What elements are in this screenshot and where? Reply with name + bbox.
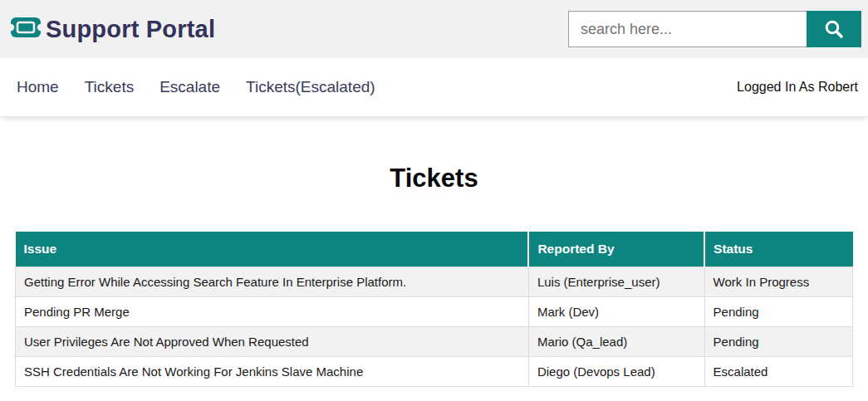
reported-by-cell: Mario (Qa_lead) <box>528 327 704 357</box>
tickets-table: Issue Reported By Status Getting Error W… <box>15 232 853 387</box>
issue-cell: Pending PR Merge <box>16 297 529 327</box>
logged-in-status: Logged In As Robert <box>737 80 860 95</box>
search-button[interactable] <box>807 11 861 47</box>
top-header: Support Portal <box>0 0 868 58</box>
nav-item-escalate[interactable]: Escalate <box>159 78 220 96</box>
search-form <box>568 11 861 47</box>
column-header-issue: Issue <box>16 232 529 267</box>
reported-by-cell: Mark (Dev) <box>528 297 704 327</box>
status-cell: Pending <box>704 327 852 357</box>
nav-item-home[interactable]: Home <box>17 78 59 96</box>
table-row: Getting Error While Accessing Search Fea… <box>16 267 853 297</box>
table-row: User Privileges Are Not Approved When Re… <box>16 327 853 357</box>
table-header: Issue Reported By Status <box>16 232 853 267</box>
reported-by-cell: Luis (Enterprise_user) <box>528 267 704 297</box>
table-row: SSH Credentials Are Not Working For Jenk… <box>16 357 853 387</box>
ticket-icon <box>10 14 42 44</box>
nav-item-tickets-escalated[interactable]: Tickets(Escalated) <box>246 78 375 96</box>
issue-cell: User Privileges Are Not Approved When Re… <box>16 327 529 357</box>
status-cell: Pending <box>704 297 852 327</box>
issue-cell: SSH Credentials Are Not Working For Jenk… <box>16 357 529 387</box>
main-content: Tickets Issue Reported By Status Getting… <box>0 164 868 387</box>
status-cell: Work In Progress <box>704 267 852 297</box>
status-cell: Escalated <box>704 357 852 387</box>
brand-link[interactable]: Support Portal <box>10 14 215 44</box>
issue-cell: Getting Error While Accessing Search Fea… <box>16 267 529 297</box>
column-header-reported-by: Reported By <box>528 232 704 267</box>
column-header-status: Status <box>704 232 852 267</box>
table-row: Pending PR MergeMark (Dev)Pending <box>16 297 853 327</box>
search-input[interactable] <box>568 11 807 47</box>
main-nav: Home Tickets Escalate Tickets(Escalated)… <box>0 58 868 117</box>
brand-title: Support Portal <box>46 16 215 43</box>
reported-by-cell: Diego (Devops Lead) <box>528 357 704 387</box>
search-icon <box>823 18 845 40</box>
nav-item-tickets[interactable]: Tickets <box>85 78 134 96</box>
page-title: Tickets <box>0 164 868 193</box>
table-body: Getting Error While Accessing Search Fea… <box>16 267 853 387</box>
